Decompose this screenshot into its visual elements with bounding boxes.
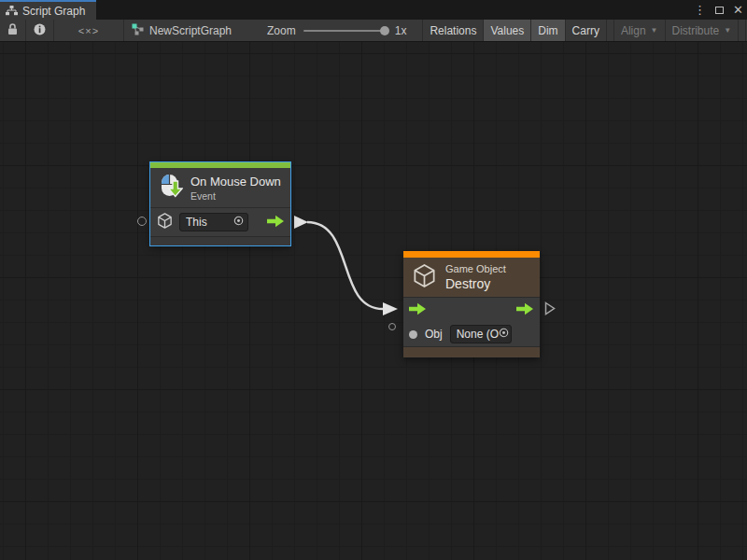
obj-input-dot-icon[interactable] — [409, 330, 417, 339]
node-body: Obj None (O — [403, 298, 540, 346]
node-footer — [403, 346, 540, 357]
toolbar-left-group: <×> — [0, 20, 124, 41]
destroy-obj-input-port[interactable] — [388, 323, 396, 330]
script-graph-asset-icon — [132, 23, 144, 38]
wire-end-arrow-icon — [383, 302, 398, 315]
zoom-label: Zoom — [267, 24, 296, 37]
values-button[interactable]: Values — [484, 20, 531, 41]
chevron-down-icon: ▼ — [651, 26, 658, 35]
lock-icon — [7, 23, 18, 38]
zoom-slider[interactable] — [303, 30, 388, 32]
on-mouse-down-target-input-port[interactable] — [137, 217, 147, 226]
node-title: On Mouse Down — [190, 175, 281, 189]
wire-start-arrow-icon — [294, 216, 308, 229]
graph-toolbar: <×> NewScriptGraph Zoom 1x Relations — [0, 20, 747, 42]
toolbar-right-group: Relations Values Dim Carry Align ▼ Distr… — [416, 20, 747, 41]
close-icon[interactable]: ✕ — [733, 4, 743, 16]
gameobject-accent-strip — [403, 251, 540, 258]
zoom-value: 1x — [395, 24, 407, 37]
zoom-control: Zoom 1x — [241, 20, 414, 41]
info-icon — [34, 23, 46, 38]
relations-button[interactable]: Relations — [422, 20, 484, 41]
dim-button[interactable]: Dim — [531, 20, 565, 41]
node-category: Game Object — [445, 263, 506, 274]
connection-wire — [0, 42, 747, 560]
node-subtitle: Event — [190, 190, 281, 202]
object-picker-icon[interactable] — [233, 216, 244, 229]
inspect-button[interactable] — [26, 20, 54, 41]
object-picker-icon[interactable] — [499, 328, 509, 341]
tab-title: Script Graph — [22, 5, 85, 18]
node-header: On Mouse Down Event — [150, 168, 290, 208]
node-body: This — [150, 208, 290, 236]
target-value-field[interactable]: This — [179, 213, 248, 231]
script-graph-window: Script Graph ⋮ ✕ — [0, 0, 747, 560]
carry-button[interactable]: Carry — [566, 20, 607, 41]
more-menu-icon[interactable]: ⋮ — [694, 4, 706, 16]
chevron-down-icon: ▼ — [724, 26, 731, 35]
mouse-down-icon — [158, 173, 183, 203]
align-dropdown[interactable]: Align ▼ — [613, 20, 666, 41]
graph-name-label: NewScriptGraph — [149, 24, 232, 37]
graph-canvas[interactable]: On Mouse Down Event This — [0, 42, 747, 560]
enter-input-arrow-icon[interactable] — [409, 302, 427, 318]
zoom-slider-knob[interactable] — [380, 26, 389, 35]
game-object-cube-icon — [411, 262, 438, 292]
node-on-mouse-down[interactable]: On Mouse Down Event This — [150, 162, 290, 245]
code-preview-button[interactable]: <×> — [54, 20, 124, 41]
node-header: Game Object Destroy — [403, 258, 540, 298]
graph-hierarchy-icon — [6, 6, 18, 16]
lock-button[interactable] — [0, 20, 26, 41]
maximize-icon[interactable] — [715, 7, 724, 14]
node-title: Destroy — [445, 276, 506, 291]
obj-input-label: Obj — [425, 328, 443, 341]
tab-script-graph[interactable]: Script Graph — [0, 0, 96, 20]
graph-breadcrumb[interactable]: NewScriptGraph — [124, 20, 241, 41]
tab-bar: Script Graph ⋮ ✕ — [0, 0, 747, 20]
game-object-cube-icon — [156, 212, 174, 232]
window-controls: ⋮ ✕ — [694, 0, 743, 20]
distribute-dropdown[interactable]: Distribute ▼ — [666, 20, 740, 41]
exit-output-arrow-icon[interactable] — [516, 302, 534, 318]
obj-value-field[interactable]: None (O — [450, 325, 512, 343]
trigger-output-arrow-icon[interactable] — [267, 215, 285, 231]
code-icon: <×> — [78, 25, 99, 36]
destroy-exit-port[interactable] — [544, 301, 556, 315]
node-destroy[interactable]: Game Object Destroy — [403, 251, 540, 357]
node-footer — [150, 236, 290, 245]
